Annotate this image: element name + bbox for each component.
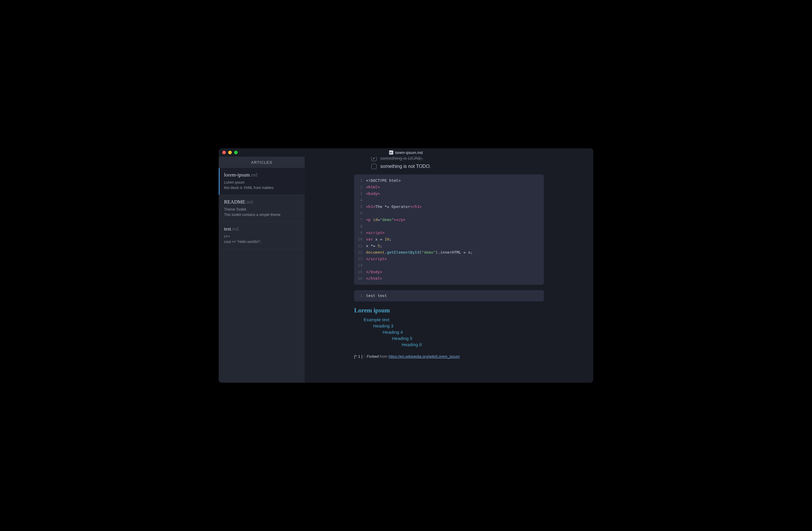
code-line: 14 — [354, 262, 544, 269]
code-line: 4 — [354, 197, 544, 204]
window-title-text: lorem-ipsum.md — [395, 150, 423, 155]
code-line: 2<html> — [354, 184, 544, 191]
window-controls — [222, 151, 238, 154]
heading-list: Example text Heading 3 Heading 4 Heading… — [354, 317, 544, 347]
code-line: 5<h1>The *= Operator</h1> — [354, 204, 544, 210]
line-number: 11 — [354, 243, 366, 249]
footnote-italic: Forked — [366, 354, 378, 359]
article-list[interactable]: lorem-ipsum.mdLorem ipsumthis block is Y… — [219, 168, 305, 383]
code-text: document.getElementById("demo").innerHTM… — [366, 249, 473, 256]
code-text: <script> — [366, 229, 385, 236]
code-line: 7<p id="demo"></p> — [354, 216, 544, 223]
line-number: 5 — [354, 204, 366, 210]
article-preview-line: Theme Toolkit — [224, 207, 299, 212]
line-number: 8 — [354, 223, 366, 229]
window-title: M↓ lorem-ipsum.md — [219, 150, 593, 155]
sidebar-header: ARTICLES — [219, 157, 305, 168]
line-number: 10 — [354, 236, 366, 243]
code-block-text: 1test test — [354, 290, 544, 302]
code-text: </script> — [366, 256, 387, 262]
line-number: 12 — [354, 249, 366, 256]
todo-item-done: something is DONE. — [371, 157, 544, 162]
todo-item: something is not TODO. — [371, 164, 544, 169]
code-line: 11x *= 5; — [354, 243, 544, 249]
article-title: lorem-ipsum.md — [224, 172, 299, 178]
line-number: 7 — [354, 216, 366, 223]
close-button[interactable] — [222, 151, 226, 154]
code-line: 1<!DOCTYPE html> — [354, 177, 544, 184]
footnote-mid: from — [379, 354, 389, 359]
footnote: [^ 1 ] : Forked from https://en.wikipedi… — [354, 354, 544, 359]
code-text: </html> — [366, 275, 382, 282]
line-number: 15 — [354, 269, 366, 275]
code-text: var x = 10; — [366, 236, 391, 243]
code-line: 13</script> — [354, 256, 544, 262]
footnote-link[interactable]: https://en.wikipedia.org/wiki/Lorem_ipsu… — [389, 354, 460, 359]
sidebar: ARTICLES lorem-ipsum.mdLorem ipsumthis b… — [219, 157, 305, 383]
article-title: test.md — [224, 226, 299, 232]
heading-6: Heading 6 — [402, 342, 544, 347]
line-number: 9 — [354, 229, 366, 236]
minimize-button[interactable] — [228, 151, 232, 154]
checkbox-checked-icon[interactable] — [371, 157, 377, 161]
article-title: README.md — [224, 199, 299, 205]
heading-2: Example text — [364, 317, 544, 322]
line-number: 1 — [354, 177, 366, 184]
article-preview-line: This toolkit contains a simple theme — [224, 212, 299, 218]
todo-text: something is not TODO. — [380, 164, 431, 169]
code-text: <body> — [366, 191, 380, 197]
code-text: <h1>The *= Operator</h1> — [366, 204, 422, 210]
line-number: 2 — [354, 184, 366, 191]
markdown-file-icon: M↓ — [389, 150, 393, 155]
line-number: 16 — [354, 275, 366, 282]
code-line: 6 — [354, 210, 544, 216]
maximize-button[interactable] — [234, 151, 238, 154]
code-line: 1test test — [354, 293, 544, 299]
line-number: 6 — [354, 210, 366, 216]
code-line: 15</body> — [354, 269, 544, 275]
code-line: 3<body> — [354, 191, 544, 197]
main-preview[interactable]: something is DONE. something is not TODO… — [305, 157, 593, 383]
heading-4: Heading 4 — [382, 330, 544, 335]
code-line: 12document.getElementById("demo").innerH… — [354, 249, 544, 256]
todo-done-text: something is DONE. — [380, 157, 423, 161]
article-preview-line: Lorem ipsum — [224, 180, 299, 185]
article-item[interactable]: lorem-ipsum.mdLorem ipsumthis block is Y… — [219, 168, 305, 195]
heading-1: Lorem ipsum — [354, 307, 544, 314]
code-text: <!DOCTYPE html> — [366, 177, 401, 184]
code-text: <p id="demo"></p> — [366, 216, 405, 223]
code-text: </body> — [366, 269, 382, 275]
article-item[interactable]: README.mdTheme ToolkitThis toolkit conta… — [219, 195, 305, 222]
line-number: 4 — [354, 197, 366, 204]
heading-5: Heading 5 — [392, 336, 544, 341]
code-text: test test — [366, 293, 387, 299]
code-line: 10var x = 10; — [354, 236, 544, 243]
checkbox-unchecked-icon[interactable] — [371, 164, 377, 169]
code-text: x *= 5; — [366, 243, 382, 249]
code-line: 9<script> — [354, 229, 544, 236]
app-window: M↓ lorem-ipsum.md ARTICLES lorem-ipsum.m… — [219, 148, 593, 383]
article-preview-line: this block is YAML front matters — [224, 185, 299, 191]
line-number: 13 — [354, 256, 366, 262]
content-area: something is DONE. something is not TODO… — [342, 157, 556, 359]
code-line: 8 — [354, 223, 544, 229]
line-number: 1 — [354, 293, 366, 299]
heading-3: Heading 3 — [373, 323, 544, 329]
line-number: 14 — [354, 262, 366, 269]
footnote-ref: [^ 1 ] : — [354, 354, 364, 359]
article-preview-line: cout << "Hello world\n"; — [224, 239, 299, 244]
app-body: ARTICLES lorem-ipsum.mdLorem ipsumthis b… — [219, 157, 593, 383]
code-block-html: 1<!DOCTYPE html>2<html>3<body>45<h1>The … — [354, 174, 544, 285]
article-preview-line: c++ — [224, 234, 299, 239]
titlebar: M↓ lorem-ipsum.md — [219, 148, 593, 157]
line-number: 3 — [354, 191, 366, 197]
code-text: <html> — [366, 184, 380, 191]
code-line: 16</html> — [354, 275, 544, 282]
article-item[interactable]: test.mdc++cout << "Hello world\n"; — [219, 222, 305, 249]
